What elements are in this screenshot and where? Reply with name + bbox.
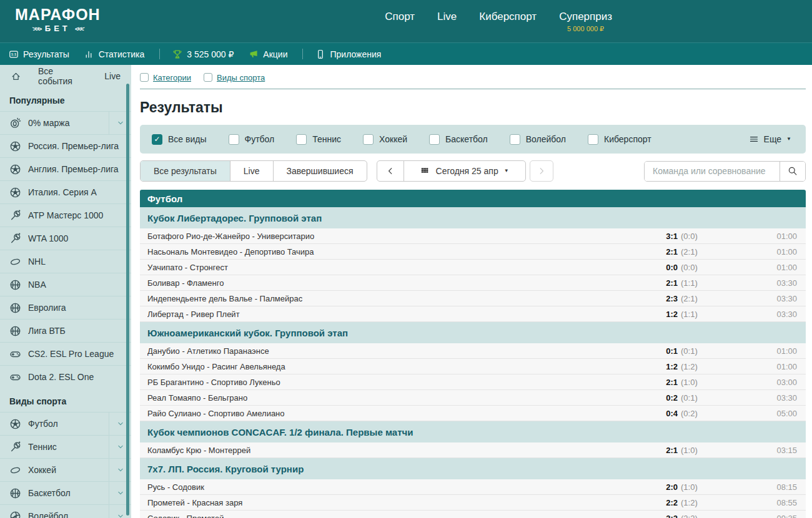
- sidebar-item[interactable]: Волейбол: [0, 504, 131, 518]
- sidebar-item[interactable]: NBA: [0, 273, 131, 296]
- match-row[interactable]: Насьональ Монтевидео - Депортиво Тачира2…: [140, 244, 806, 260]
- sport-filter-checkbox[interactable]: [510, 134, 520, 145]
- sport-filter-волейбол[interactable]: Волейбол: [510, 134, 566, 145]
- main-nav-item-суперприз[interactable]: Суперприз5 000 000 ₽: [559, 11, 612, 42]
- marathonbet-logo[interactable]: МАРАФОН >>> БЕТ <<<: [15, 7, 101, 42]
- match-row[interactable]: Боливар - Фламенго2:1(1:1)03:30: [140, 275, 806, 291]
- sidebar-item[interactable]: Англия. Премьер-лига: [0, 157, 131, 180]
- next-day-button[interactable]: [530, 160, 553, 182]
- sport-filter-checkbox[interactable]: [296, 134, 307, 145]
- search-input[interactable]: [645, 162, 780, 181]
- sidebar-tab-all-events[interactable]: Все события: [38, 66, 87, 86]
- sport-filter-checkbox[interactable]: ✓: [152, 134, 162, 145]
- sport-filter-киберспорт[interactable]: Киберспорт: [588, 134, 651, 145]
- search-icon: [788, 166, 798, 176]
- sport-filter-баскетбол[interactable]: Баскетбол: [429, 134, 488, 145]
- home-icon[interactable]: [11, 71, 21, 82]
- main-nav-label: Спорт: [385, 11, 415, 23]
- sidebar-item[interactable]: Евролига: [0, 296, 131, 319]
- sidebar-item-label: Италия. Серия А: [28, 187, 131, 197]
- sidebar-item[interactable]: Лига ВТБ: [0, 319, 131, 342]
- sport-filter-футбол[interactable]: Футбол: [229, 134, 275, 145]
- sidebar-item[interactable]: Россия. Премьер-лига: [0, 134, 131, 157]
- match-score-group: 2:1(1:0): [611, 378, 752, 387]
- match-halftime-score: (0:2): [681, 409, 698, 418]
- sidebar-item-label: NHL: [28, 257, 131, 266]
- match-halftime-score: (0:0): [681, 232, 698, 241]
- sidebar-item[interactable]: NHL: [0, 250, 131, 273]
- sport-filter-checkbox[interactable]: [229, 134, 239, 145]
- sport-filter-label: Волейбол: [526, 134, 566, 144]
- sport-filter-все-виды[interactable]: ✓Все виды: [152, 134, 207, 145]
- sidebar-item-label: Теннис: [28, 442, 105, 452]
- sidebar-item[interactable]: Баскетбол: [0, 481, 131, 504]
- result-tab-завершившиеся[interactable]: Завершившиеся: [274, 161, 367, 181]
- match-row[interactable]: Райо Сулиано - Спортиво Амелиано0:4(0:2)…: [140, 406, 806, 421]
- match-row[interactable]: Содовик - Прометей3:2(2:2)09:35: [140, 511, 806, 518]
- league-header: Южноамериканский кубок. Групповой этап: [140, 322, 806, 343]
- sidebar-item-label: Dota 2. ESL One: [28, 372, 131, 382]
- match-row[interactable]: Данубио - Атлетико Паранаэнсе0:1(0:1)01:…: [140, 343, 806, 359]
- more-filters-button[interactable]: Еще ▼: [749, 134, 791, 144]
- match-time: 01:00: [752, 247, 806, 257]
- prev-day-button[interactable]: [377, 161, 404, 181]
- match-row[interactable]: Либертад - Ривер Плейт1:2(1:1)03:30: [140, 306, 806, 322]
- match-row[interactable]: Индепендьенте дель Валье - Палмейрас2:3(…: [140, 291, 806, 306]
- result-tab-live[interactable]: Live: [230, 161, 274, 181]
- sidebar-item[interactable]: Хоккей: [0, 458, 131, 481]
- sidebar-item[interactable]: Футбол: [0, 412, 131, 435]
- league-header: Кубок чемпионов CONCACAF. 1/2 финала. Пе…: [140, 421, 806, 442]
- main-nav-item-live[interactable]: Live: [437, 11, 457, 42]
- sidebar-item[interactable]: WTA 1000: [0, 227, 131, 250]
- tennis-icon: [9, 233, 21, 245]
- sidebar-item[interactable]: Теннис: [0, 435, 131, 458]
- nav-item-apps[interactable]: Приложения: [315, 49, 381, 59]
- nav-item-results[interactable]: 1:1 Результаты: [9, 49, 69, 59]
- sidebar-item[interactable]: ATP Мастерс 1000: [0, 203, 131, 227]
- volleyball-icon: [9, 511, 21, 518]
- match-halftime-score: (1:1): [681, 278, 698, 288]
- sidebar-item[interactable]: 0% маржа: [0, 111, 131, 134]
- sidebar-item[interactable]: Италия. Серия А: [0, 180, 131, 203]
- nav-item-promos[interactable]: Акции: [249, 49, 287, 59]
- basketball-icon: [9, 302, 21, 314]
- match-score: 2:1: [666, 378, 678, 387]
- sport-kinds-toggle[interactable]: Виды спорта: [204, 73, 265, 82]
- result-tab-все-результаты[interactable]: Все результаты: [141, 161, 230, 181]
- match-row[interactable]: Ботафого Рио-де-Жанейро - Университарио3…: [140, 228, 806, 244]
- sport-filter-checkbox[interactable]: [429, 134, 440, 145]
- hockey-icon: [9, 464, 21, 476]
- sidebar-item[interactable]: CS2. ESL Pro League: [0, 342, 131, 365]
- match-row[interactable]: Реал Томаяпо - Бельграно0:2(0:1)03:30: [140, 390, 806, 406]
- match-score: 0:1: [666, 346, 678, 356]
- date-picker-button[interactable]: Сегодня 25 апр ▼: [404, 161, 525, 181]
- categories-toggle[interactable]: Категории: [140, 73, 191, 82]
- nav-item-statistics[interactable]: Статистика: [84, 49, 145, 59]
- categories-checkbox[interactable]: [140, 73, 149, 82]
- main-nav-item-киберспорт[interactable]: Киберспорт: [479, 11, 537, 42]
- match-row[interactable]: РБ Брагантино - Спортиво Лукеньо2:1(1:0)…: [140, 374, 806, 390]
- sport-filter-хоккей[interactable]: Хоккей: [363, 134, 407, 145]
- sport-filter-checkbox[interactable]: [363, 134, 374, 145]
- search-button[interactable]: [780, 162, 805, 181]
- match-time: 03:30: [752, 393, 806, 403]
- match-row[interactable]: Кокимбо Унидо - Расинг Авельянеда1:2(1:2…: [140, 359, 806, 374]
- sport-filter-теннис[interactable]: Теннис: [296, 134, 341, 145]
- sidebar-scrollbar[interactable]: [126, 84, 129, 516]
- match-score-group: 2:1(2:1): [611, 247, 752, 257]
- match-row[interactable]: Уачипато - Стронгест0:0(0:0)01:00: [140, 260, 806, 275]
- sidebar-item-label: 0% маржа: [28, 118, 105, 128]
- sidebar-item-label: NBA: [28, 280, 131, 290]
- divider: [302, 49, 303, 59]
- match-score-group: 2:1(1:1): [611, 278, 752, 288]
- main-nav-item-спорт[interactable]: Спорт: [385, 11, 415, 42]
- match-row[interactable]: Прометей - Красная заря2:2(1:2)08:55: [140, 495, 806, 511]
- sidebar-item[interactable]: Dota 2. ESL One: [0, 365, 131, 388]
- sidebar-tab-live[interactable]: Live: [104, 71, 121, 81]
- match-row[interactable]: Коламбус Крю - Монтеррей2:1(1:0)03:15: [140, 442, 806, 458]
- nav-item-jackpot[interactable]: 3 525 000 ₽: [172, 49, 234, 59]
- match-row[interactable]: Русь - Содовик2:0(1:0)08:15: [140, 479, 806, 495]
- sport-filter-checkbox[interactable]: [588, 134, 598, 145]
- sport-kinds-checkbox[interactable]: [204, 73, 212, 82]
- match-teams: РБ Брагантино - Спортиво Лукеньо: [147, 378, 611, 387]
